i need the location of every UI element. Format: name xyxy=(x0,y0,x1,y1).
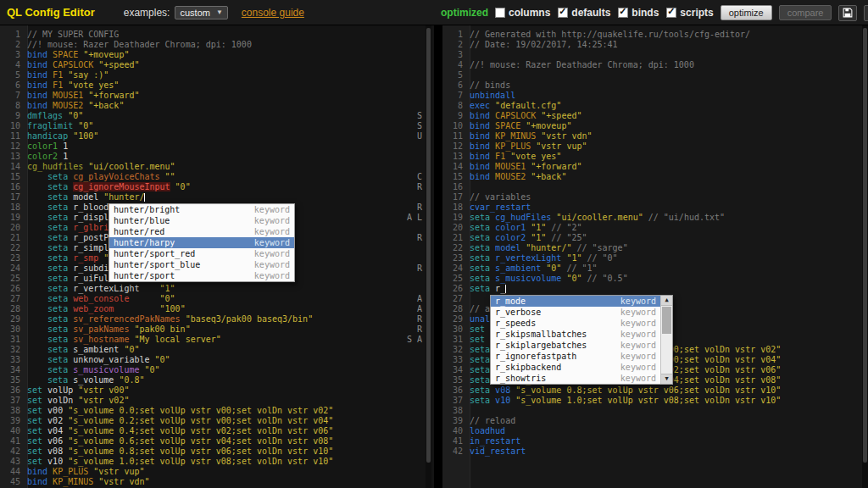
code-line[interactable]: 17 seta model "hunter/ xyxy=(0,192,434,202)
code-line[interactable]: 13bind F1 "vote yes" xyxy=(442,152,868,162)
examples-dropdown[interactable]: custom ▼ xyxy=(175,6,227,19)
code-line[interactable]: 15bind MOUSE2 "+back" xyxy=(442,172,868,182)
code-line[interactable]: 19seta cg_hudFiles "ui/cooller.menu" // … xyxy=(442,213,868,223)
code-line[interactable]: 5bind F1 "say :)" xyxy=(0,70,434,80)
autocomplete-item[interactable]: r_skipsmallbatcheskeyword xyxy=(491,329,660,340)
code-line[interactable]: 6bind F1 "vote yes" xyxy=(0,80,434,91)
autocomplete-item[interactable]: r_modekeyword xyxy=(491,296,660,307)
autocomplete-item[interactable]: hunter/bluekeyword xyxy=(109,215,294,226)
code-line[interactable]: 1// Generated with http://quakelife.ru/t… xyxy=(442,30,868,40)
code-line[interactable]: 36seta v08 "s_volume 0.8;set volUp vstr … xyxy=(442,385,868,396)
code-line[interactable]: 5 xyxy=(442,70,868,80)
code-line[interactable]: 10bind SPACE "+moveup" xyxy=(442,121,868,131)
scroll-down-icon[interactable]: ▼ xyxy=(661,374,672,384)
code-line[interactable]: 2//! mouse: Razer Deathader Chroma; dpi:… xyxy=(0,40,434,50)
checkbox-checked-icon[interactable] xyxy=(558,8,568,18)
code-line[interactable]: 9dmflags "0"S xyxy=(0,111,434,121)
code-line[interactable]: 9bind CAPSLOCK "+speed" xyxy=(442,111,868,121)
code-line[interactable]: 3 xyxy=(442,50,868,60)
checkbox-unchecked-icon[interactable] xyxy=(495,8,505,18)
source-scrollbar[interactable] xyxy=(426,25,431,488)
code-line[interactable]: 25seta s_musicvolume "0" // "0.5" xyxy=(442,274,868,284)
autocomplete-item[interactable]: hunter/redkeyword xyxy=(109,226,294,237)
code-line[interactable]: 43set v10 "s_volume 1.0;set volUp vstr v… xyxy=(0,457,434,467)
code-line[interactable]: 34 seta s_musicvolume "0" xyxy=(0,365,434,375)
code-line[interactable]: 10fraglimit "0"S xyxy=(0,121,434,131)
code-line[interactable]: 22seta model "hunter/" // "sarge" xyxy=(442,243,868,253)
help-button[interactable]: ? xyxy=(864,5,868,21)
checkbox-scripts[interactable]: scripts xyxy=(666,7,713,19)
output-scrollbar[interactable] xyxy=(862,25,868,488)
code-line[interactable]: 7unbindall xyxy=(442,91,868,101)
code-line[interactable]: 42vid_restart xyxy=(442,446,868,457)
code-line[interactable]: 12bind KP_PLUS "vstr vup" xyxy=(442,141,868,152)
code-line[interactable]: 11bind KP_MINUS "vstr vdn" xyxy=(442,131,868,141)
code-line[interactable]: 18cvar_restart xyxy=(442,202,868,213)
autocomplete-item[interactable]: hunter/brightkeyword xyxy=(109,204,294,215)
autocomplete-item[interactable]: hunter/sportkeyword xyxy=(109,270,294,281)
autocomplete-item[interactable]: r_speedskeyword xyxy=(491,318,660,329)
code-line[interactable]: 2// Date: 19/02/2017, 14:25:41 xyxy=(442,40,868,50)
checkbox-checked-icon[interactable] xyxy=(618,8,628,18)
code-line[interactable]: 45bind KP_MINUS "vstr vdn" xyxy=(0,477,434,487)
code-line[interactable]: 21seta color2 "1" // "25" xyxy=(442,233,868,243)
code-line[interactable]: 1// MY SUPER CONFIG xyxy=(0,30,434,40)
output-editor-pane[interactable]: 1// Generated with http://quakelife.ru/t… xyxy=(434,25,868,488)
code-line[interactable]: 4bind CAPSLOCK "+speed" xyxy=(0,60,434,70)
code-line[interactable]: 35 seta s_volume "0.8" xyxy=(0,375,434,385)
code-line[interactable]: 33 seta unknow_variable "0" xyxy=(0,355,434,365)
autocomplete-scrollbar[interactable]: ▲ ▼ xyxy=(660,296,672,384)
autocomplete-item[interactable]: r_ignorefastpathkeyword xyxy=(491,351,660,362)
checkbox-binds[interactable]: binds xyxy=(618,7,659,19)
code-line[interactable]: 23seta r_vertexLight "1" // "0" xyxy=(442,253,868,263)
code-line[interactable]: 20seta color1 "1" // "2" xyxy=(442,223,868,233)
autocomplete-scrollbar-thumb[interactable] xyxy=(662,307,671,334)
code-line[interactable]: 44bind KP_PLUS "vstr vup" xyxy=(0,467,434,477)
code-line[interactable]: 36set volUp "vstr v00" xyxy=(0,385,434,396)
code-line[interactable]: 12color1 1 xyxy=(0,141,434,152)
autocomplete-item[interactable]: r_skipbackendkeyword xyxy=(491,362,660,373)
code-line[interactable]: 16 seta cg_ignoreMouseInput "0"R xyxy=(0,182,434,192)
autocomplete-item[interactable]: hunter/sport_bluekeyword xyxy=(109,259,294,270)
code-line[interactable]: 32 seta s_ambient "0" xyxy=(0,345,434,355)
code-line[interactable]: 26seta r_ xyxy=(442,284,868,294)
code-line[interactable]: 3bind SPACE "+moveup" xyxy=(0,50,434,60)
code-line[interactable]: 38set v00 "s_volume 0.0;set volUp vstr v… xyxy=(0,406,434,416)
autocomplete-item[interactable]: r_showtriskeyword xyxy=(491,373,660,384)
output-code-area[interactable]: 1// Generated with http://quakelife.ru/t… xyxy=(442,30,868,457)
code-line[interactable]: 31 seta sv_hostname "My local server"S A xyxy=(0,335,434,345)
code-line[interactable]: 14bind MOUSE1 "+forward" xyxy=(442,162,868,172)
code-line[interactable]: 40loadhud xyxy=(442,426,868,436)
code-line[interactable]: 37seta v10 "s_volume 1.0;set volUp vstr … xyxy=(442,396,868,406)
autocomplete-item[interactable]: hunter/harpykeyword xyxy=(109,237,294,248)
optimize-button[interactable]: optimize xyxy=(721,5,772,20)
code-line[interactable]: 42set v08 "s_volume 0.8;set volUp vstr v… xyxy=(0,446,434,457)
output-scrollbar-thumb[interactable] xyxy=(863,28,867,463)
code-line[interactable]: 41in_restart xyxy=(442,436,868,446)
code-line[interactable]: 26 seta r_vertexLight "1" xyxy=(0,284,434,294)
console-guide-link[interactable]: console guide xyxy=(242,7,304,19)
code-line[interactable]: 13color2 1 xyxy=(0,152,434,162)
code-line[interactable]: 39// reload xyxy=(442,416,868,426)
code-line[interactable]: 38 xyxy=(442,406,868,416)
compare-button[interactable]: compare xyxy=(779,5,832,20)
code-line[interactable]: 27 seta web_console "0"A xyxy=(0,294,434,304)
code-line[interactable]: 40set v04 "s_volume 0.4;set volUp vstr v… xyxy=(0,426,434,436)
code-line[interactable]: 41set v06 "s_volume 0.6;set volUp vstr v… xyxy=(0,436,434,446)
code-line[interactable]: 15 seta cg_playVoiceChats ""C xyxy=(0,172,434,182)
code-line[interactable]: 6// binds xyxy=(442,80,868,91)
code-line[interactable]: 37set volDn "vstr v02" xyxy=(0,396,434,406)
autocomplete-item[interactable]: hunter/sport_redkeyword xyxy=(109,248,294,259)
source-scrollbar-thumb[interactable] xyxy=(426,28,431,463)
save-button[interactable] xyxy=(838,5,857,21)
code-line[interactable]: 17// variables xyxy=(442,192,868,202)
code-line[interactable]: 14cg_hudfiles "ui/cooller.menu" xyxy=(0,162,434,172)
checkbox-columns[interactable]: columns xyxy=(495,7,550,19)
checkbox-defaults[interactable]: defaults xyxy=(558,7,610,19)
code-line[interactable]: 30 seta sv_pakNames "pak00 bin"R xyxy=(0,324,434,335)
code-line[interactable]: 29 seta sv_referencedPakNames "baseq3/pa… xyxy=(0,314,434,324)
code-line[interactable]: 39set v02 "s_volume 0.2;set volUp vstr v… xyxy=(0,416,434,426)
code-line[interactable]: 4//! mouse: Razer Deathader Chroma; dpi:… xyxy=(442,60,868,70)
autocomplete-item[interactable]: r_skiplargebatcheskeyword xyxy=(491,340,660,351)
checkbox-checked-icon[interactable] xyxy=(666,8,676,18)
